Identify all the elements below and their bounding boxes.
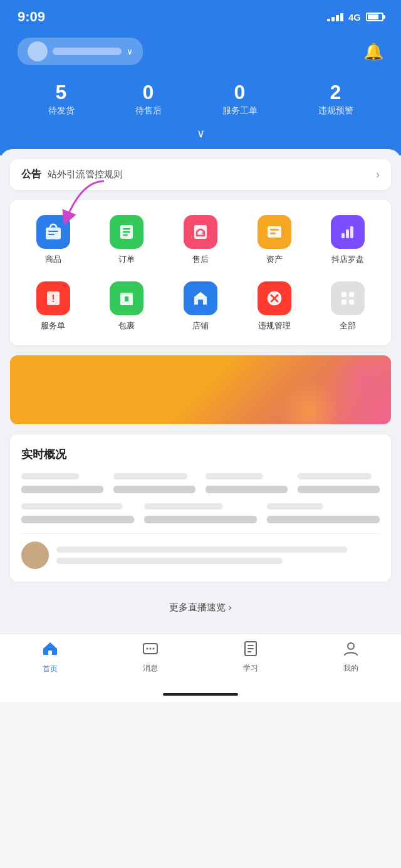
violation-icon-box [258,281,291,315]
aftersale-icon-box [184,215,217,249]
blur-bar [21,473,79,479]
svg-rect-39 [247,651,251,652]
svg-rect-6 [123,234,128,236]
icon-item-all[interactable]: 全部 [311,279,385,339]
goods-icon-box [36,215,70,249]
stat-item-pending-aftersale[interactable]: 0 待售后 [135,80,162,117]
icon-item-compass[interactable]: 抖店罗盘 [311,212,385,273]
expand-chevron[interactable]: ∨ [18,127,383,143]
svg-point-40 [348,643,354,649]
compass-icon-box [331,215,365,249]
svg-rect-10 [270,233,276,234]
blur-bar-dark [21,486,103,493]
stat-num-violation: 2 [318,80,353,104]
stat-item-violation[interactable]: 2 违规预警 [318,80,353,117]
more-link[interactable]: 更多直播速览 › [10,592,391,624]
icon-grid: 商品 订单 [16,212,385,339]
realtime-card: 实时概况 [10,434,391,582]
realtime-item-3 [206,473,288,493]
more-link-text: 更多直播速览 › [169,602,231,612]
realtime-bottom [21,533,380,569]
nav-item-home[interactable]: 首页 [25,641,75,674]
learn-nav-icon [242,641,259,661]
all-icon-box [331,281,365,315]
shop-selector[interactable]: ∨ [18,38,143,65]
icon-item-service[interactable]: ! 服务单 [16,279,90,339]
svg-marker-21 [194,292,207,297]
status-time: 9:09 [18,9,45,25]
blur-bar-dark [21,516,134,523]
icon-item-orders[interactable]: 订单 [90,212,164,273]
chevron-down-icon: ∨ [127,46,133,56]
mine-nav-label: 我的 [343,663,358,674]
assets-icon-box [258,215,291,249]
svg-rect-12 [346,229,349,238]
assets-label: 资产 [266,254,283,265]
shop-name-blur [53,48,122,55]
orders-label: 订单 [118,254,135,265]
all-label: 全部 [340,320,356,332]
stats-row: 5 待发货 0 待售后 0 服务工单 2 违规预警 [18,80,383,117]
header-top: ∨ 🔔 [18,38,383,65]
home-nav-label: 首页 [43,664,58,674]
icon-item-assets[interactable]: 资产 [237,212,311,273]
svg-rect-18 [125,296,128,301]
svg-rect-38 [247,648,254,649]
svg-rect-17 [120,293,133,296]
stat-label-service-order: 服务工单 [222,105,258,117]
announce-tag: 公告 [21,168,41,181]
stat-label-pending-ship: 待发货 [48,105,75,117]
svg-rect-30 [349,300,354,305]
svg-rect-9 [270,229,279,231]
banner-card[interactable] [10,355,391,424]
svg-rect-5 [123,231,130,233]
user-avatar [21,541,49,569]
svg-point-34 [150,648,152,650]
goods-icon [44,222,63,241]
icon-item-package[interactable]: 包裹 [90,279,164,339]
bell-icon[interactable]: 🔔 [363,42,383,61]
icon-item-shop[interactable]: 店铺 [164,279,237,339]
stat-label-pending-aftersale: 待售后 [135,105,162,117]
svg-rect-11 [341,233,345,238]
icon-item-violation[interactable]: 违规管理 [237,279,311,339]
package-label: 包裹 [118,320,135,332]
svg-marker-31 [43,642,57,655]
svg-rect-27 [341,292,346,297]
nav-item-learn[interactable]: 学习 [226,641,276,674]
messages-nav-label: 消息 [143,663,158,674]
blur-bar-dark [144,516,257,523]
shop-icon-box [184,281,217,315]
shop-label: 店铺 [192,320,209,332]
realtime-item-4 [298,473,380,493]
shop-icon [192,290,209,307]
icon-item-aftersale[interactable]: 售后 [164,212,237,273]
orders-icon [118,223,135,241]
realtime-item-5 [21,503,134,523]
stat-item-pending-ship[interactable]: 5 待发货 [48,80,75,117]
icon-item-goods[interactable]: 商品 [16,212,90,273]
nav-item-messages[interactable]: 消息 [125,641,175,674]
svg-rect-1 [48,231,58,232]
realtime-item-7 [267,503,380,523]
realtime-grid-row2 [21,503,380,523]
violation-label: 违规管理 [258,320,291,332]
signal-icon [327,13,343,21]
svg-rect-20 [198,300,203,305]
bottom-blur-lines [56,546,380,564]
blur-bar [298,473,372,479]
package-icon-box [110,281,143,315]
assets-icon [266,223,283,241]
status-right: 4G [327,12,383,23]
home-bar [163,693,238,696]
announcement-bar[interactable]: 公告 站外引流管控规则 › [10,159,391,190]
nav-item-mine[interactable]: 我的 [326,641,376,674]
violation-icon [266,290,283,307]
stat-item-service-order[interactable]: 0 服务工单 [222,80,258,117]
aftersale-label: 售后 [192,254,209,265]
service-icon: ! [44,290,62,307]
realtime-item-2 [113,473,195,493]
network-label: 4G [348,12,361,23]
svg-rect-0 [46,227,61,239]
svg-rect-2 [48,234,55,235]
